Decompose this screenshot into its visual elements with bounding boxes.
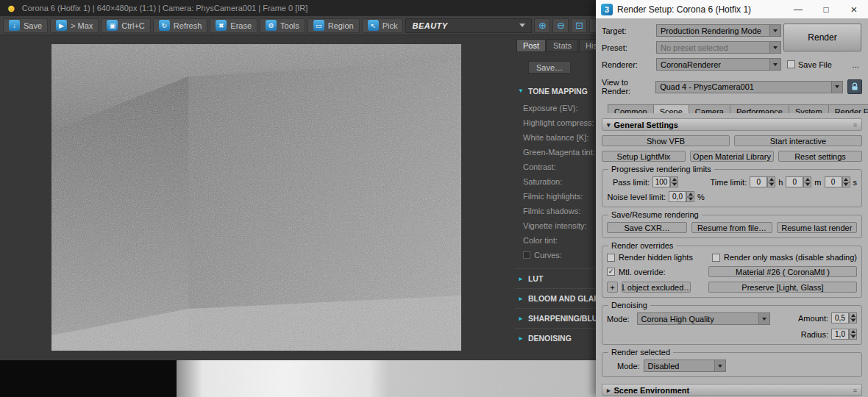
override-material-button[interactable]: Material #26 ( CoronaMtl ) [708, 266, 857, 277]
save-file-checkbox[interactable] [787, 60, 795, 68]
render-only-masks-checkbox[interactable] [712, 254, 720, 262]
render-button[interactable]: Render [783, 24, 861, 51]
add-exclude-button[interactable]: + [607, 282, 618, 293]
spinner-arrows[interactable] [842, 176, 850, 187]
utility-buttons-row: Setup LightMix Open Material Library Res… [602, 151, 862, 162]
close-button[interactable]: × [840, 0, 868, 18]
tools-button[interactable]: ⚙ Tools [260, 18, 305, 33]
pick-button[interactable]: ↖ Pick [362, 18, 404, 33]
tab-post[interactable]: Post [516, 39, 546, 52]
zoom-out-button[interactable]: ⊖ [552, 18, 569, 33]
section-lut[interactable]: ► LUT [515, 268, 596, 288]
spinner-arrows[interactable] [803, 176, 811, 187]
open-material-library-button[interactable]: Open Material Library [690, 151, 774, 162]
pass-limit-spinner[interactable]: 100 [652, 176, 678, 187]
renderer-select[interactable]: CoronaRenderer [656, 58, 781, 71]
scene-tab-content: ▾ General Settings ≡ Show VFB Start inte… [596, 113, 868, 397]
render-element-select[interactable]: BEAUTY [405, 18, 532, 33]
noise-limit-spinner[interactable]: 0,0 [669, 191, 694, 202]
save-config-button[interactable]: Save… [528, 61, 571, 74]
browse-button[interactable]: ... [849, 60, 862, 69]
region-button[interactable]: ▭ Region [307, 18, 360, 33]
spinner-arrows[interactable] [849, 312, 857, 323]
denoise-mode-select[interactable]: Corona High Quality [637, 312, 770, 325]
render-hidden-lights-checkbox[interactable] [607, 254, 615, 262]
section-denoising[interactable]: ► DENOISING [515, 328, 596, 348]
show-vfb-button[interactable]: Show VFB [602, 135, 730, 146]
hours-unit: h [778, 178, 783, 187]
tab-stats[interactable]: Stats [547, 39, 578, 52]
preset-select[interactable]: No preset selected [656, 41, 781, 54]
field-label: White balance [K]: [523, 130, 596, 145]
general-settings-title: General Settings [614, 121, 678, 129]
save-icon: ↓ [9, 20, 20, 31]
denoise-mode-value: Corona High Quality [641, 315, 714, 323]
reset-settings-button[interactable]: Reset settings [778, 151, 862, 162]
time-minutes-spinner[interactable]: 0 [786, 176, 811, 187]
section-sharpening-blur[interactable]: ► SHARPENING/BLUR [515, 308, 596, 328]
setup-lightmix-button[interactable]: Setup LightMix [602, 151, 686, 162]
stop-button[interactable]: ■ Stop [589, 18, 596, 33]
time-hours-spinner[interactable]: 0 [750, 176, 775, 187]
start-interactive-button[interactable]: Start interactive [734, 135, 862, 146]
field-label: Green-Magenta tint: [523, 145, 596, 160]
copy-button[interactable]: ▣ Ctrl+C [101, 18, 150, 33]
field-label: Highlight compress: [523, 115, 596, 130]
vfb-titlebar[interactable]: ☻ Corona 6 (Hotfix 1) | 640×480px (1:1) … [0, 0, 596, 16]
mtl-override-checkbox[interactable]: ✓ [607, 268, 615, 276]
group-title: Save/Resume rendering [608, 210, 702, 219]
section-bloom-label: BLOOM AND GLARE [528, 294, 596, 303]
zoom-fit-button[interactable]: ⊡ [571, 18, 587, 33]
field-label: Exposure (EV): [523, 101, 596, 115]
denoise-radius-spinner[interactable]: 1,0 [831, 329, 857, 340]
rollout-general-settings[interactable]: ▾ General Settings ≡ [602, 118, 862, 131]
render-selected-mode-value: Disabled [648, 362, 680, 371]
section-bloom-glare[interactable]: ► BLOOM AND GLARE [515, 288, 596, 308]
tab-history[interactable]: History [579, 39, 596, 52]
render-image[interactable] [51, 44, 461, 351]
field-label: Saturation: [523, 174, 596, 189]
rollout-scene-environment[interactable]: ▸ Scene Environment ≡ [602, 384, 862, 396]
lock-view-button[interactable] [847, 79, 862, 94]
percent-unit: % [697, 193, 705, 201]
spinner-arrows[interactable] [849, 329, 857, 340]
render-selected-mode-select[interactable]: Disabled [644, 360, 726, 372]
window-controls: — □ × [784, 0, 868, 18]
minimize-button[interactable]: — [784, 0, 812, 18]
save-file-option: Save File [787, 60, 832, 69]
denoise-amount-row: Amount: 0,5 [794, 312, 857, 323]
view-select[interactable]: Quad 4 - PhysCamera001 [655, 81, 843, 93]
preserve-button[interactable]: Preserve [Light, Glass] [708, 282, 857, 293]
scene-environment-title: Scene Environment [614, 386, 690, 395]
maximize-button[interactable]: □ [812, 0, 840, 18]
section-tone-mapping[interactable]: ▼ TONE MAPPING [515, 81, 596, 101]
refresh-button[interactable]: ↻ Refresh [153, 18, 208, 33]
denoise-amount-value: 0,5 [831, 312, 849, 323]
spinner-arrows[interactable] [670, 176, 678, 187]
max-icon: ▶ [56, 20, 67, 31]
resume-from-file-button[interactable]: Resume from file… [691, 222, 772, 233]
corona-smiley-icon: ☻ [6, 3, 17, 13]
collapsed-icon: ► [518, 335, 524, 342]
excluded-objects-button[interactable]: 1 object excluded… [622, 282, 691, 293]
erase-button[interactable]: ✖ Erase [210, 18, 257, 33]
expand-icon: ▼ [518, 87, 524, 94]
renderer-row: Renderer: CoronaRenderer Save File ... [602, 58, 862, 71]
group-title: Render overrides [608, 241, 676, 250]
section-sharpen-label: SHARPENING/BLUR [528, 314, 596, 323]
denoise-amount-spinner[interactable]: 0,5 [831, 312, 857, 323]
render-selected-mode-label: Mode: [617, 362, 640, 371]
time-seconds-spinner[interactable]: 0 [825, 176, 850, 187]
dialog-titlebar[interactable]: 3 Render Setup: Corona 6 (Hotfix 1) — □ … [596, 0, 868, 18]
spinner-arrows[interactable] [686, 191, 694, 202]
resume-last-render-button[interactable]: Resume last render [777, 222, 857, 233]
rollout-open-icon: ▾ [607, 121, 611, 129]
curves-checkbox[interactable] [523, 251, 530, 259]
zoom-in-button[interactable]: ⊕ [534, 18, 550, 33]
save-button[interactable]: ↓ Save [3, 18, 48, 33]
target-select[interactable]: Production Rendering Mode [656, 24, 781, 37]
spinner-arrows[interactable] [767, 176, 775, 187]
max-button[interactable]: ▶ > Max [50, 18, 99, 33]
save-cxr-button[interactable]: Save CXR… [607, 222, 687, 233]
renderer-label: Renderer: [602, 60, 656, 69]
